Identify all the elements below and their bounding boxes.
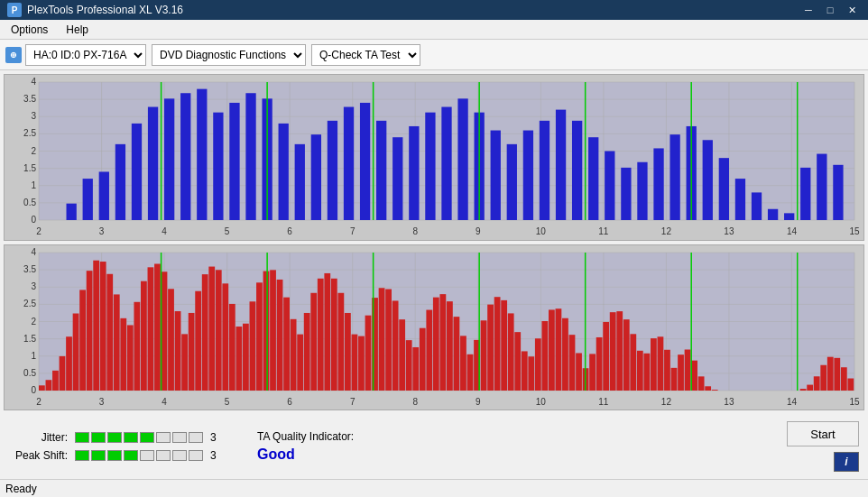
meter-segment [75,432,89,443]
function-dropdown[interactable]: DVD Diagnostic Functions [152,44,306,66]
app-title: PlexTools Professional XL V3.16 [27,4,183,16]
meter-segment [189,432,203,443]
meter-segment [140,432,154,443]
metrics-area: Jitter: 3 Peak Shift: 3 [9,431,221,462]
menu-options[interactable]: Options [5,22,53,38]
meter-segment [172,432,187,443]
meter-segment [91,432,106,443]
bottom-panel: Jitter: 3 Peak Shift: 3 TA Quality Indic… [0,414,868,479]
bottom-chart [4,244,864,411]
ta-quality-area: TA Quality Indicator: Good [257,430,354,463]
info-button[interactable]: i [834,452,859,472]
window-controls: ─ □ ✕ [799,3,861,17]
jitter-row: Jitter: 3 [9,431,221,444]
top-chart [4,74,864,241]
main-content [0,70,868,414]
peak-shift-meter [75,450,203,461]
start-button-area: Start i [787,421,859,472]
drive-selector: ⊕ HA:0 ID:0 PX-716A [5,44,146,66]
menu-help[interactable]: Help [60,22,94,38]
meter-segment [156,432,171,443]
meter-segment [124,432,138,443]
meter-segment [107,450,122,461]
meter-segment [140,450,154,461]
status-bar: Ready [0,479,868,497]
top-chart-canvas [5,75,863,240]
title-bar: P PlexTools Professional XL V3.16 ─ □ ✕ [0,0,868,20]
menu-bar: Options Help [0,20,868,40]
drive-dropdown[interactable]: HA:0 ID:0 PX-716A [25,44,146,66]
meter-segment [91,450,106,461]
minimize-button[interactable]: ─ [799,3,817,17]
meter-segment [172,450,187,461]
jitter-meter [75,432,203,443]
app-icon: P [7,3,22,17]
peak-shift-label: Peak Shift: [9,449,68,462]
status-text: Ready [5,483,37,495]
meter-segment [75,450,89,461]
ta-quality-value: Good [257,446,295,463]
meter-segment [107,432,122,443]
drive-icon: ⊕ [5,47,22,63]
meter-segment [156,450,171,461]
test-dropdown[interactable]: Q-Check TA Test [311,44,420,66]
peak-shift-row: Peak Shift: 3 [9,449,221,462]
close-button[interactable]: ✕ [843,3,861,17]
jitter-label: Jitter: [9,431,68,444]
bottom-chart-canvas [5,245,863,410]
meter-segment [189,450,203,461]
meter-segment [124,450,138,461]
ta-quality-label: TA Quality Indicator: [257,430,354,443]
maximize-button[interactable]: □ [821,3,839,17]
toolbar: ⊕ HA:0 ID:0 PX-716A DVD Diagnostic Funct… [0,40,868,70]
start-button[interactable]: Start [787,421,859,446]
peak-shift-value: 3 [210,449,221,462]
jitter-value: 3 [210,431,221,444]
